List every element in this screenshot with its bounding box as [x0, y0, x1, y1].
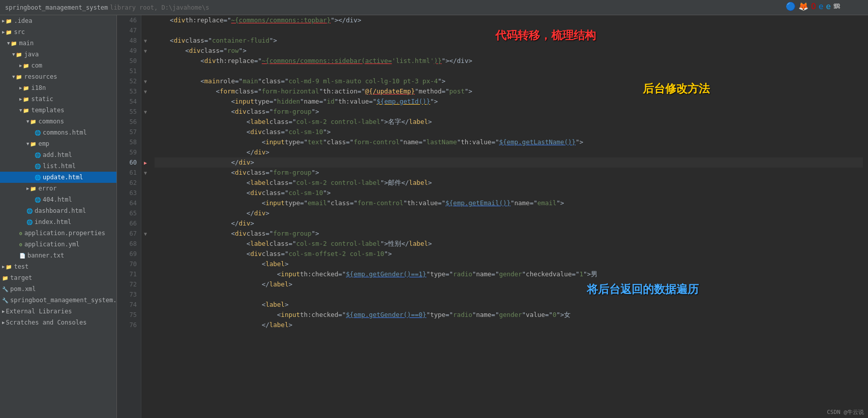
fold-arrow[interactable]: ▼: [144, 38, 147, 44]
sidebar-item-label: pom.xml: [10, 285, 36, 293]
code-line-47: [155, 25, 863, 36]
html-file-icon: 🌐: [35, 175, 41, 180]
sidebar-item-error[interactable]: ▶ 📁 error: [0, 183, 116, 194]
sidebar-item-index-html[interactable]: 🌐 index.html: [0, 216, 116, 228]
code-line-48: <div class="container-fluid">: [155, 36, 863, 46]
sidebar-item-com[interactable]: ▶ 📁 com: [0, 60, 116, 71]
folder-icon: 📁: [2, 275, 8, 281]
line-numbers: 4647484950 5152535455 5657585960 6162636…: [117, 15, 141, 418]
sidebar-item-label: application.yml: [24, 241, 79, 248]
arrow-icon: ▼: [19, 108, 22, 113]
sidebar-item-label: add.html: [43, 151, 72, 158]
sidebar-item-i18n[interactable]: ▶ 📁 i18n: [0, 82, 116, 93]
sidebar-item-label: java: [24, 51, 39, 58]
sidebar-item-src[interactable]: ▶ 📁 src: [0, 26, 116, 38]
sidebar-item-test[interactable]: ▶ 📁 test: [0, 261, 116, 272]
edge-icon[interactable]: e: [819, 2, 824, 11]
sidebar-item-dashboard-html[interactable]: 🌐 dashboard.html: [0, 205, 116, 216]
code-content[interactable]: <div th:replace="~{commons/commons::topb…: [149, 15, 868, 418]
sidebar-item-banner-txt[interactable]: 📄 banner.txt: [0, 250, 116, 261]
html-file-icon: 🌐: [35, 152, 41, 158]
folder-icon: 📁: [23, 97, 29, 102]
yml-file-icon: ⚙: [19, 242, 22, 247]
txt-file-icon: 📄: [19, 253, 25, 259]
sidebar-item-label: update.html: [43, 174, 83, 181]
sidebar-item-ext-libs[interactable]: ▶ External Libraries: [0, 306, 116, 317]
xml-file-icon: 🔧: [2, 286, 8, 292]
fold-arrow[interactable]: ▼: [144, 79, 147, 84]
code-line-49: <div class="row">: [155, 46, 863, 56]
code-line-63: <div class="col-sm-10">: [155, 188, 863, 198]
sidebar-item-label: com: [31, 62, 42, 69]
sidebar-item-commons[interactable]: ▼ 📁 commons: [0, 116, 116, 127]
sidebar-item-label: templates: [31, 107, 64, 114]
chrome-icon[interactable]: 🔵: [786, 2, 796, 11]
folder-icon: 📁: [6, 264, 12, 270]
iml-file-icon: 🔧: [2, 298, 8, 303]
folder-icon: 📁: [23, 63, 29, 69]
arrow-icon: ▶: [2, 320, 5, 325]
fold-arrow[interactable]: ▼: [144, 89, 147, 94]
firefox-icon[interactable]: 🦊: [798, 2, 809, 11]
sidebar-item-label: i18n: [31, 84, 46, 91]
code-line-61: <div class="form-group">: [155, 168, 863, 178]
sidebar-item-404-html[interactable]: 🌐 404.html: [0, 194, 116, 205]
code-line-60: </div>: [155, 157, 863, 168]
arrow-icon: ▶: [19, 85, 22, 90]
sidebar-item-target[interactable]: 📁 target: [0, 272, 116, 283]
sidebar-item-update-html[interactable]: 🌐 update.html: [0, 172, 116, 183]
sidebar-item-app-props[interactable]: ⚙ application.properties: [0, 228, 116, 239]
sidebar-item-main[interactable]: ▼ 📁 main: [0, 38, 116, 49]
fold-arrow[interactable]: ▼: [144, 48, 147, 54]
code-line-69: <div class="col-sm-offset-2 col-sm-10">: [155, 249, 863, 259]
sidebar-item-emp[interactable]: ▼ 📁 emp: [0, 138, 116, 149]
code-line-76: </label>: [155, 320, 863, 330]
folder-icon: 📁: [6, 29, 12, 35]
fold-arrow[interactable]: ▼: [144, 170, 147, 176]
sidebar-item-commons-html[interactable]: 🌐 commons.html: [0, 127, 116, 138]
arrow-icon: ▶: [2, 264, 5, 269]
fold-arrow[interactable]: ▶: [144, 160, 147, 166]
folder-icon: 📁: [23, 108, 29, 113]
sidebar-item-label: commons.html: [43, 129, 87, 136]
code-line-64: <input type="email" class="form-control"…: [155, 198, 863, 208]
folder-icon: 📁: [30, 119, 36, 124]
sidebar-item-java[interactable]: ▼ 📁 java: [0, 49, 116, 60]
project-path: library root, D:\javahome\s: [110, 4, 209, 11]
sidebar-item-label: dashboard.html: [35, 207, 86, 214]
code-line-46: <div th:replace="~{commons/commons::topb…: [155, 15, 863, 25]
sidebar-item-pom-xml[interactable]: 🔧 pom.xml: [0, 283, 116, 295]
code-line-67: <div class="form-group">: [155, 229, 863, 239]
code-editor[interactable]: 4647484950 5152535455 5657585960 6162636…: [117, 15, 868, 418]
sidebar-item-iml[interactable]: 🔧 springboot_management_system.iml: [0, 295, 116, 306]
props-file-icon: ⚙: [19, 231, 22, 236]
sidebar-item-resources[interactable]: ▼ 📁 resources: [0, 71, 116, 82]
sidebar-item-label: .idea: [14, 17, 32, 24]
folder-icon: 📁: [30, 141, 36, 147]
code-line-54: <input type="hidden" name="id" th:value=…: [155, 97, 863, 107]
sidebar-item-add-html[interactable]: 🌐 add.html: [0, 149, 116, 160]
sidebar-item-app-yml[interactable]: ⚙ application.yml: [0, 239, 116, 250]
code-line-55: <div class="form-group">: [155, 107, 863, 117]
sidebar-item-static[interactable]: ▶ 📁 static: [0, 93, 116, 105]
folder-icon: 📁: [16, 74, 22, 80]
code-line-75: <input th:checked="${emp.getGender()==0}…: [155, 310, 863, 320]
fold-arrow[interactable]: ▼: [144, 109, 147, 115]
sidebar-item-label: test: [14, 263, 28, 270]
arrow-icon: ▼: [12, 74, 15, 79]
code-line-53: <form class="form-horizontal" th:action=…: [155, 86, 863, 97]
sidebar-item-label: commons: [38, 118, 64, 125]
folder-icon: 📁: [6, 18, 12, 24]
code-line-68: <label class="col-sm-2 control-label">性别…: [155, 239, 863, 249]
code-line-51: [155, 66, 863, 76]
fold-arrow[interactable]: ▼: [144, 231, 147, 237]
opera-icon[interactable]: O: [811, 2, 816, 11]
sidebar-item-label: application.properties: [24, 230, 105, 237]
sidebar-item-idea[interactable]: ▶ 📁 .idea: [0, 15, 116, 26]
csdn-watermark: CSDN @牛云说: [827, 408, 864, 416]
sidebar-item-list-html[interactable]: 🌐 list.html: [0, 160, 116, 172]
sidebar-item-scratches[interactable]: ▶ Scratches and Consoles: [0, 317, 116, 328]
sidebar-item-templates[interactable]: ▼ 📁 templates: [0, 105, 116, 116]
ie-icon[interactable]: e: [826, 2, 831, 11]
ms-icon[interactable]: 𝕸: [833, 2, 840, 11]
